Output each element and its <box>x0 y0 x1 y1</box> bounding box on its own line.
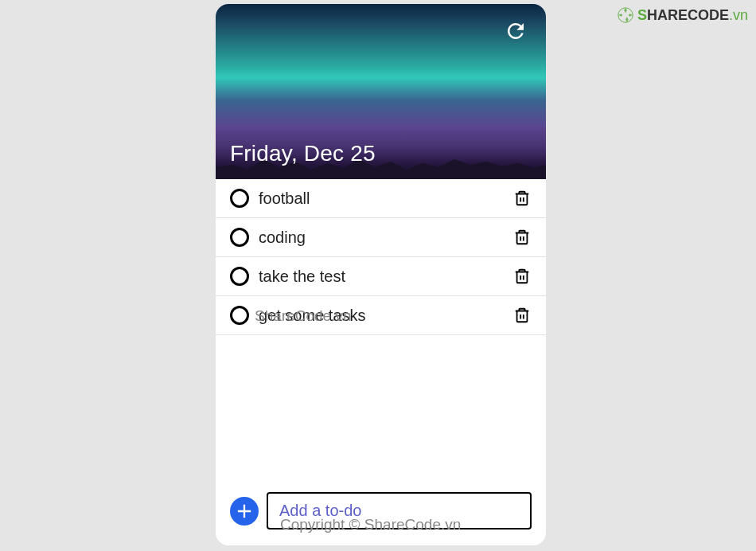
todo-card: Friday, Dec 25 football coding <box>216 4 546 545</box>
trash-icon <box>513 268 531 285</box>
refresh-button[interactable] <box>503 18 528 44</box>
todo-list: football coding take the test <box>216 179 546 483</box>
trash-icon <box>513 229 531 246</box>
delete-button[interactable] <box>512 228 532 247</box>
delete-button[interactable] <box>512 306 532 325</box>
checkbox[interactable] <box>230 228 249 247</box>
add-input[interactable] <box>267 492 532 530</box>
todo-text: coding <box>259 229 503 247</box>
recycle-icon <box>617 6 634 24</box>
plus-icon <box>233 500 255 522</box>
todo-item: football <box>216 179 546 218</box>
todo-text: take the test <box>259 268 503 286</box>
card-header: Friday, Dec 25 <box>216 4 546 179</box>
logo-rest: HARECODE <box>647 7 729 23</box>
todo-item: take the test <box>216 257 546 296</box>
checkbox[interactable] <box>230 306 249 325</box>
trash-icon <box>513 190 531 207</box>
date-label: Friday, Dec 25 <box>230 141 376 166</box>
delete-button[interactable] <box>512 267 532 286</box>
refresh-icon <box>504 19 528 43</box>
logo-s: S <box>637 7 647 23</box>
delete-button[interactable] <box>512 189 532 208</box>
todo-item: get some tasks <box>216 296 546 335</box>
todo-text: get some tasks <box>259 307 503 325</box>
watermark-logo: SHARECODE.vn <box>617 6 748 24</box>
checkbox[interactable] <box>230 267 249 286</box>
todo-text: football <box>259 190 503 208</box>
trash-icon <box>513 307 531 324</box>
input-row <box>216 483 546 545</box>
checkbox[interactable] <box>230 189 249 208</box>
add-button[interactable] <box>230 497 259 526</box>
todo-item: coding <box>216 218 546 257</box>
logo-ext: .vn <box>729 7 748 23</box>
